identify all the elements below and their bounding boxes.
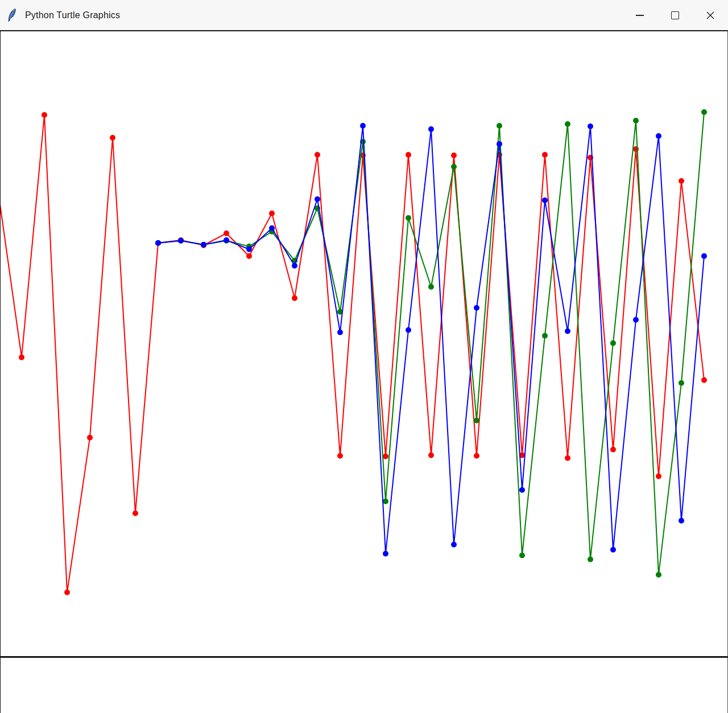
data-point-blue — [633, 317, 639, 323]
data-point-blue — [519, 487, 525, 493]
data-point-blue — [542, 197, 548, 203]
data-point-red — [292, 295, 297, 301]
data-point-red — [542, 152, 548, 158]
data-point-green — [656, 572, 661, 578]
series-line-red — [1, 115, 704, 592]
data-point-blue — [701, 253, 707, 259]
minimize-icon — [636, 15, 644, 16]
data-point-blue — [224, 237, 229, 243]
data-point-green — [542, 333, 548, 339]
data-point-red — [64, 590, 70, 595]
data-point-blue — [315, 196, 320, 202]
data-point-blue — [201, 242, 206, 248]
data-point-blue — [337, 329, 343, 335]
data-point-blue — [292, 263, 297, 269]
series-line-green — [158, 112, 704, 575]
data-point-blue — [474, 305, 479, 311]
data-point-red — [679, 178, 684, 184]
data-point-red — [451, 153, 457, 158]
title-bar: Python Turtle Graphics — [0, 0, 728, 30]
data-point-blue — [451, 542, 457, 547]
data-point-green — [565, 121, 570, 127]
data-point-red — [610, 447, 616, 452]
data-point-red — [19, 355, 24, 360]
data-point-blue — [610, 547, 616, 553]
data-point-red — [224, 230, 229, 236]
data-point-blue — [360, 123, 366, 129]
data-point-blue — [178, 238, 184, 244]
data-point-red — [87, 435, 93, 440]
data-point-red — [701, 377, 707, 383]
data-point-red — [110, 135, 115, 141]
data-point-green — [633, 118, 639, 123]
data-point-blue — [406, 327, 411, 333]
data-point-green — [451, 164, 457, 170]
data-point-red — [246, 253, 252, 259]
data-point-blue — [155, 240, 161, 246]
data-point-red — [656, 473, 661, 479]
data-point-blue — [383, 551, 388, 557]
data-point-blue — [246, 246, 252, 252]
maximize-icon — [671, 11, 679, 19]
data-point-red — [383, 454, 388, 459]
data-point-blue — [588, 123, 593, 129]
data-point-green — [497, 123, 502, 129]
tk-feather-icon — [6, 8, 18, 23]
minimize-button[interactable] — [622, 0, 657, 30]
data-point-blue — [428, 126, 434, 132]
data-point-blue — [497, 141, 502, 147]
data-point-red — [565, 455, 570, 461]
close-button[interactable] — [693, 0, 728, 30]
window-footer-area — [0, 658, 728, 713]
turtle-canvas[interactable] — [0, 30, 728, 658]
data-point-red — [42, 112, 47, 118]
series-line-blue — [158, 126, 704, 554]
data-point-red — [133, 510, 138, 516]
data-point-red — [474, 453, 479, 459]
data-point-blue — [679, 518, 684, 524]
data-point-green — [588, 557, 593, 562]
turtle-graphics-window: Python Turtle Graphics — [0, 0, 728, 713]
data-point-green — [474, 418, 479, 423]
data-point-blue — [656, 133, 661, 139]
data-point-red — [428, 452, 434, 458]
data-point-green — [406, 215, 411, 221]
data-point-red — [337, 453, 343, 459]
data-point-green — [383, 498, 388, 504]
window-title: Python Turtle Graphics — [25, 10, 120, 20]
window-controls — [622, 0, 728, 30]
data-point-green — [701, 109, 707, 115]
data-point-red — [269, 211, 275, 216]
data-point-green — [428, 284, 434, 290]
data-point-blue — [269, 225, 275, 231]
data-point-green — [519, 553, 525, 558]
data-point-green — [679, 380, 684, 386]
data-point-red — [315, 152, 320, 158]
turtle-canvas-svg — [1, 31, 727, 656]
data-point-blue — [565, 328, 570, 334]
data-point-green — [610, 340, 616, 346]
data-point-red — [406, 152, 411, 158]
maximize-button[interactable] — [657, 0, 693, 30]
close-icon — [706, 11, 715, 20]
